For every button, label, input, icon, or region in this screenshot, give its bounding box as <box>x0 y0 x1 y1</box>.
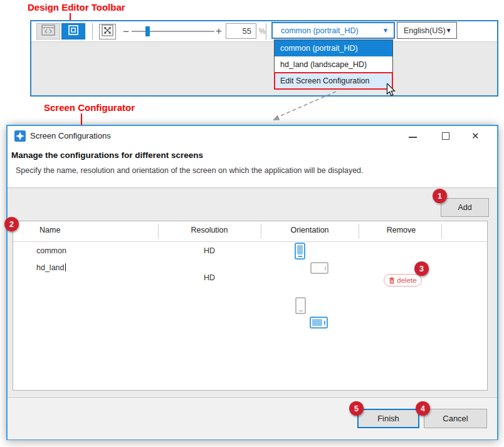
portrait-orientation-icon[interactable] <box>295 297 306 314</box>
phone-screen <box>313 265 323 271</box>
row-hd-land-name-text: hd_land <box>36 263 65 272</box>
tizen-star-icon <box>14 130 26 144</box>
zoom-in-plus[interactable]: + <box>216 26 222 36</box>
dropdown-item-edit-screen-configuration[interactable]: Edit Screen Configuration <box>275 73 392 89</box>
step-badge-2: 2 <box>4 217 19 231</box>
row-common-resolution: HD <box>204 246 215 255</box>
dropdown-item-common[interactable]: common (portrait_HD) <box>275 40 392 56</box>
language-combo-value: English(US) <box>404 26 446 35</box>
zoom-percent-input[interactable]: 55 <box>226 23 256 39</box>
selection-box-icon <box>67 24 80 39</box>
step-badge-4: 4 <box>416 401 430 416</box>
design-editor-toolbar-label: Design Editor Toolbar <box>28 2 125 13</box>
delete-button[interactable]: delete <box>384 274 422 287</box>
column-separator <box>158 224 159 239</box>
screen-config-combo[interactable]: common (portrait_HD) ▼ <box>271 22 395 39</box>
trash-icon <box>389 277 395 284</box>
header-divider <box>13 241 487 242</box>
dropdown-item-hd-land[interactable]: hd_land (landscape_HD) <box>275 56 392 73</box>
percent-sign: % <box>259 27 266 36</box>
chevron-down-icon: ▼ <box>382 27 389 34</box>
language-combo[interactable]: English(US) ▼ <box>397 22 457 39</box>
expand-arrows-icon <box>102 24 113 39</box>
step-badge-5: 5 <box>349 401 364 416</box>
step-badge-1: 1 <box>433 189 447 203</box>
row-common-name[interactable]: common <box>36 246 66 255</box>
column-header-name: Name <box>39 226 60 234</box>
column-header-remove: Remove <box>387 226 416 234</box>
toolbar-separator <box>92 23 93 39</box>
column-header-resolution: Resolution <box>191 226 228 234</box>
phone-screen <box>312 319 322 326</box>
chevron-down-icon: ▼ <box>446 27 452 34</box>
row-hd-land-name-editing[interactable]: hd_land <box>36 263 66 272</box>
row-hd-land-resolution: HD <box>204 273 215 282</box>
landscape-orientation-icon[interactable] <box>310 262 328 274</box>
phone-home-bar <box>298 256 302 257</box>
phone-home-bar <box>298 310 303 312</box>
minimize-button[interactable] <box>409 137 417 138</box>
portrait-orientation-icon-selected[interactable] <box>295 243 305 260</box>
maximize-button[interactable] <box>442 132 449 140</box>
column-separator <box>261 224 261 239</box>
column-separator <box>441 224 442 239</box>
close-button[interactable]: ✕ <box>471 130 480 142</box>
phone-home-bar <box>325 266 326 270</box>
landscape-orientation-icon-selected[interactable] <box>310 317 328 329</box>
code-window-icon <box>41 24 55 38</box>
screen-config-combo-value: common (portrait_HD) <box>281 26 382 35</box>
source-view-button[interactable] <box>36 23 60 39</box>
add-button[interactable]: Add <box>441 198 489 217</box>
screen-configurator-label: Screen Configurator <box>44 102 135 113</box>
screen-config-table <box>13 221 488 391</box>
text-caret <box>65 263 66 271</box>
connector-arrow <box>263 87 345 128</box>
cancel-button[interactable]: Cancel <box>424 409 487 428</box>
column-header-orientation: Orientation <box>290 226 328 234</box>
finish-button[interactable]: Finish <box>357 409 419 428</box>
toolbar-separator <box>266 23 266 39</box>
screen-config-dropdown-list: common (portrait_HD) hd_land (landscape_… <box>274 39 393 90</box>
dialog-description: Specify the name, resolution and orienta… <box>16 166 364 175</box>
zoom-slider-handle[interactable] <box>145 26 150 36</box>
mouse-cursor-icon <box>386 83 397 99</box>
delete-button-label: delete <box>397 276 416 284</box>
phone-screen <box>298 300 303 309</box>
screenshot-canvas: Design Editor Toolbar <box>0 0 504 447</box>
zoom-out-minus[interactable]: − <box>123 26 129 37</box>
zoom-slider-track[interactable] <box>132 31 214 32</box>
step-badge-3: 3 <box>414 261 429 276</box>
dialog-title: Screen Configurations <box>30 131 111 140</box>
phone-screen <box>297 245 303 255</box>
phone-home-bar <box>324 320 325 325</box>
design-view-button[interactable] <box>61 23 85 39</box>
column-separator <box>359 224 359 239</box>
dialog-heading: Manage the configurations for different … <box>11 150 203 160</box>
fit-to-screen-button[interactable] <box>99 24 116 39</box>
